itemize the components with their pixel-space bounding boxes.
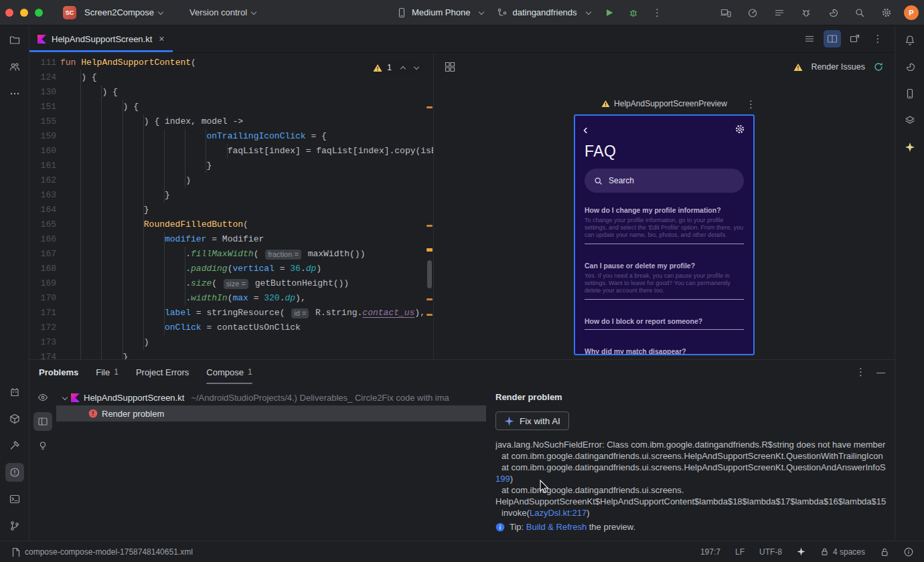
vcs-widget[interactable]: Version control: [189, 7, 256, 17]
line-number[interactable]: 167: [29, 247, 56, 262]
structure-tool-button[interactable]: [5, 58, 24, 76]
preview-card-header[interactable]: HelpAndSupportScreenPreview ⋮: [574, 98, 755, 109]
running-devices-button[interactable]: [901, 84, 919, 103]
todo-button[interactable]: [770, 3, 789, 22]
code-line[interactable]: 163}: [29, 188, 433, 203]
editor-more-button[interactable]: ⋮: [869, 30, 887, 48]
code-line[interactable]: 169.size( size = getButtonHeight()): [29, 276, 433, 291]
minimize-window-button[interactable]: [20, 9, 28, 17]
code-line[interactable]: 162): [29, 173, 433, 188]
code-line[interactable]: 151) {: [29, 100, 433, 114]
debug-button[interactable]: [624, 3, 643, 22]
line-number[interactable]: 174: [29, 350, 56, 359]
file-encoding[interactable]: UTF-8: [759, 547, 782, 557]
problems-tab-project-errors[interactable]: Project Errors: [136, 360, 189, 384]
preview-frame[interactable]: ‹ FAQ Search How do I change my profile …: [574, 114, 755, 355]
prev-issue-icon[interactable]: [400, 66, 406, 72]
search-everywhere-button[interactable]: [850, 3, 869, 22]
line-number[interactable]: 124: [29, 70, 56, 85]
app-inspection-tool-button[interactable]: [5, 409, 24, 428]
ai-status-icon[interactable]: [797, 547, 805, 556]
gemini-button[interactable]: [901, 138, 919, 157]
more-tools-button[interactable]: [5, 84, 24, 103]
code-line[interactable]: 168.padding(vertical = 36.dp): [29, 262, 433, 276]
editor-tab[interactable]: HelpAndSupportScreen.kt ×: [29, 25, 173, 52]
gradle-tool-button[interactable]: [901, 58, 919, 76]
fix-with-ai-button[interactable]: Fix with AI: [495, 411, 569, 430]
stack-trace-link[interactable]: 199: [495, 474, 510, 484]
problems-tool-button[interactable]: [5, 463, 24, 482]
code-line[interactable]: 155) { index, model ->: [29, 114, 433, 129]
code-line[interactable]: 171label = stringResource( id = R.string…: [29, 306, 433, 320]
problem-row-selected[interactable]: Render problem: [56, 405, 486, 421]
line-number[interactable]: 155: [29, 114, 56, 129]
line-number[interactable]: 165: [29, 217, 56, 232]
run-config-selector[interactable]: datingandfriends: [493, 5, 594, 21]
build-refresh-icon[interactable]: [873, 62, 884, 72]
line-number[interactable]: 170: [29, 291, 56, 306]
line-number[interactable]: 172: [29, 320, 56, 335]
stripe-warning-mark[interactable]: [427, 225, 433, 227]
line-number[interactable]: 159: [29, 129, 56, 144]
profiler-button[interactable]: [743, 3, 762, 22]
editor-scrollbar[interactable]: [427, 260, 432, 288]
code-line[interactable]: 166modifier = Modifier: [29, 232, 433, 247]
notifications-button[interactable]: [901, 31, 919, 50]
line-number[interactable]: 151: [29, 100, 56, 114]
line-number[interactable]: 163: [29, 188, 56, 203]
caret-position[interactable]: 197:7: [700, 547, 720, 557]
layout-inspector-button[interactable]: [901, 111, 919, 130]
line-number[interactable]: 168: [29, 262, 56, 276]
details-view-button[interactable]: [33, 412, 52, 431]
close-window-button[interactable]: [5, 9, 13, 17]
problems-tab-file[interactable]: File1: [96, 360, 119, 384]
line-number[interactable]: 166: [29, 232, 56, 247]
line-number[interactable]: 162: [29, 173, 56, 188]
kebab-icon[interactable]: ⋮: [856, 366, 866, 378]
code-line[interactable]: 173): [29, 335, 433, 350]
readonly-toggle-icon[interactable]: [880, 547, 889, 557]
run-button[interactable]: [600, 3, 619, 22]
stack-trace-link[interactable]: LazyDsl.kt:217: [530, 508, 587, 518]
next-issue-icon[interactable]: [414, 64, 419, 70]
logcat-tool-button[interactable]: [5, 383, 24, 401]
more-actions-button[interactable]: ⋮: [648, 3, 667, 22]
app-insights-button[interactable]: [797, 3, 816, 22]
stripe-warning-mark[interactable]: [427, 314, 433, 316]
stripe-warning-mark[interactable]: [427, 248, 433, 252]
split-editor-button[interactable]: [824, 30, 841, 48]
zoom-window-button[interactable]: [35, 9, 43, 17]
line-number[interactable]: 169: [29, 276, 56, 291]
device-mirroring-button[interactable]: [716, 3, 735, 22]
project-widget[interactable]: Screen2Compose: [84, 7, 163, 17]
stripe-warning-mark[interactable]: [427, 298, 433, 300]
avatar[interactable]: P: [904, 5, 919, 20]
code-line[interactable]: 165RoundedFilledButton(: [29, 217, 433, 232]
code-line[interactable]: 174}: [29, 350, 433, 359]
render-issues-widget[interactable]: Render Issues: [793, 62, 884, 72]
code-line[interactable]: 170.widthIn(max = 320.dp),: [29, 291, 433, 306]
indent-widget[interactable]: 4 spaces: [820, 547, 865, 557]
code-line[interactable]: 167.fillMaxWidth( fraction = maxWidth()): [29, 247, 433, 262]
terminal-tool-button[interactable]: [5, 490, 24, 508]
line-number[interactable]: 111: [29, 56, 56, 70]
version-control-tool-button[interactable]: [5, 517, 24, 535]
build-tool-button[interactable]: [5, 436, 24, 455]
line-number[interactable]: 164: [29, 203, 56, 217]
line-number[interactable]: 160: [29, 144, 56, 159]
info-status-icon[interactable]: [904, 547, 913, 557]
problems-tab-problems[interactable]: Problems: [39, 360, 78, 384]
code-editor[interactable]: 111fun HelpAndSupportContent(124) {130) …: [29, 53, 433, 359]
problems-tab-compose[interactable]: Compose1: [206, 360, 252, 384]
code-line[interactable]: 160faqList[index] = faqList[index].copy(…: [29, 144, 433, 159]
editor-list-button[interactable]: [801, 30, 818, 48]
problems-file-row[interactable]: HelpAndSupportScreen.kt ~/AndroidStudioP…: [56, 389, 486, 405]
stripe-warning-mark[interactable]: [427, 106, 433, 108]
close-tab-icon[interactable]: ×: [159, 33, 164, 44]
line-number[interactable]: 171: [29, 306, 56, 320]
device-selector[interactable]: Medium Phone: [392, 5, 487, 21]
line-number[interactable]: 173: [29, 335, 56, 350]
status-file-widget[interactable]: compose-compose-model-1758748140651.xml: [11, 547, 193, 557]
code-line[interactable]: 159onTrailingIconClick = {: [29, 129, 433, 144]
hide-panel-icon[interactable]: —: [876, 367, 885, 377]
